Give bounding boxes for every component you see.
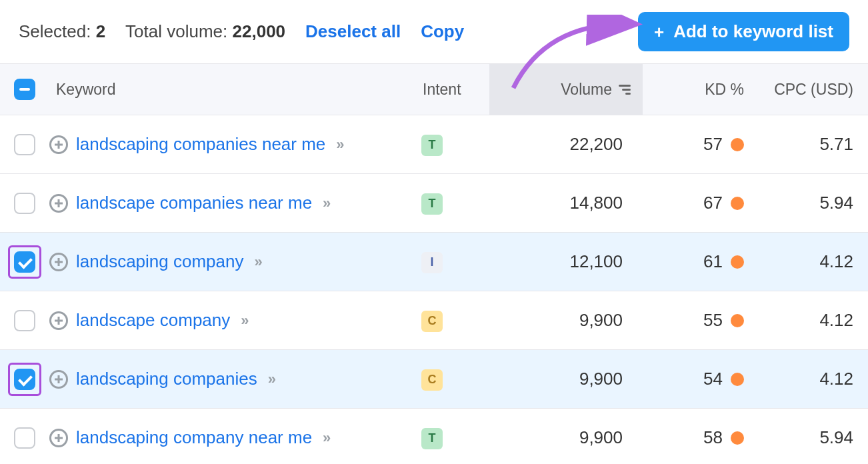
add-button-label: Add to keyword list (673, 21, 833, 42)
intent-badge: T (421, 135, 443, 156)
kd-cell: 54 (643, 369, 756, 389)
column-header-kd[interactable]: KD % (643, 81, 756, 99)
cpc-cell: 4.12 (756, 251, 868, 272)
kd-difficulty-dot-icon (731, 255, 744, 269)
kd-cell: 67 (643, 193, 756, 213)
cpc-cell: 5.94 (756, 427, 868, 448)
row-checkbox[interactable] (14, 310, 35, 331)
intent-cell: C (409, 309, 489, 332)
column-header-intent[interactable]: Intent (409, 81, 489, 99)
sort-desc-icon (619, 85, 631, 95)
kd-value: 55 (703, 310, 723, 331)
expand-icon[interactable] (49, 135, 68, 154)
intent-badge: T (421, 428, 443, 449)
kd-value: 54 (703, 369, 723, 389)
kd-difficulty-dot-icon (731, 373, 744, 386)
total-volume-stat: Total volume: 22,000 (125, 21, 285, 42)
volume-cell: 22,200 (489, 134, 643, 155)
copy-link[interactable]: Copy (421, 21, 464, 42)
volume-label: Volume (561, 81, 612, 99)
column-header-volume[interactable]: Volume (489, 64, 643, 115)
deselect-all-link[interactable]: Deselect all (305, 21, 401, 42)
row-checkbox[interactable] (14, 251, 35, 273)
add-to-keyword-list-button[interactable]: + Add to keyword list (638, 12, 849, 51)
kd-value: 61 (703, 251, 723, 272)
kd-difficulty-dot-icon (731, 197, 744, 210)
kd-cell: 57 (643, 134, 756, 155)
intent-cell: T (409, 426, 489, 449)
table-header-row: Keyword Intent Volume KD % CPC (USD) (0, 63, 868, 115)
keyword-cell: landscaping company near me» (49, 427, 409, 448)
intent-cell: I (409, 250, 489, 273)
keyword-cell: landscaping company» (49, 251, 409, 272)
checkbox-highlight (8, 245, 41, 279)
intent-badge: I (421, 252, 443, 273)
intent-cell: T (409, 191, 489, 215)
cpc-cell: 4.12 (756, 310, 868, 331)
volume-cell: 14,800 (489, 193, 643, 213)
expand-icon[interactable] (49, 253, 68, 271)
total-volume-label: Total volume: (125, 21, 227, 41)
keyword-link[interactable]: landscaping companies near me (76, 134, 325, 155)
kd-cell: 55 (643, 310, 756, 331)
column-header-cpc[interactable]: CPC (USD) (756, 81, 868, 99)
keyword-link[interactable]: landscaping company (76, 251, 244, 272)
keyword-link[interactable]: landscape company (76, 310, 230, 331)
chevron-right-icon[interactable]: » (255, 253, 260, 271)
kd-difficulty-dot-icon (731, 138, 744, 151)
cpc-cell: 4.12 (756, 369, 868, 389)
column-header-keyword[interactable]: Keyword (49, 81, 409, 99)
intent-badge: C (421, 311, 443, 332)
chevron-right-icon[interactable]: » (336, 136, 341, 153)
kd-cell: 58 (643, 427, 756, 448)
intent-cell: T (409, 133, 489, 156)
checkbox-highlight (8, 363, 41, 396)
row-checkbox[interactable] (14, 369, 35, 390)
row-checkbox[interactable] (14, 134, 35, 155)
chevron-right-icon[interactable]: » (241, 312, 246, 329)
cpc-cell: 5.94 (756, 193, 868, 213)
table-row: landscaping companies»C9,900544.12 (0, 350, 868, 409)
cpc-cell: 5.71 (756, 134, 868, 155)
intent-badge: C (421, 369, 443, 391)
table-row: landscape company»C9,900554.12 (0, 291, 868, 350)
total-volume-value: 22,000 (233, 21, 286, 41)
expand-icon[interactable] (49, 311, 68, 330)
keyword-cell: landscape company» (49, 310, 409, 331)
kd-cell: 61 (643, 251, 756, 272)
keyword-link[interactable]: landscaping company near me (76, 427, 312, 448)
selected-count: 2 (96, 21, 105, 41)
keyword-cell: landscaping companies near me» (49, 134, 409, 155)
keyword-cell: landscaping companies» (49, 369, 409, 389)
intent-badge: T (421, 193, 443, 215)
kd-difficulty-dot-icon (731, 314, 744, 327)
row-checkbox[interactable] (14, 193, 35, 214)
row-checkbox[interactable] (14, 427, 35, 449)
kd-value: 57 (703, 134, 723, 155)
selected-count-stat: Selected: 2 (19, 21, 105, 42)
table-row: landscaping companies near me»T22,200575… (0, 115, 868, 174)
plus-icon: + (654, 23, 664, 41)
chevron-right-icon[interactable]: » (268, 371, 273, 388)
expand-icon[interactable] (49, 370, 68, 389)
volume-cell: 9,900 (489, 427, 643, 448)
chevron-right-icon[interactable]: » (323, 195, 328, 212)
expand-icon[interactable] (49, 429, 68, 447)
select-all-checkbox[interactable] (14, 79, 35, 100)
table-row: landscape companies near me»T14,800675.9… (0, 174, 868, 233)
volume-cell: 12,100 (489, 251, 643, 272)
keyword-link[interactable]: landscaping companies (76, 369, 257, 389)
volume-cell: 9,900 (489, 369, 643, 389)
keyword-cell: landscape companies near me» (49, 193, 409, 213)
chevron-right-icon[interactable]: » (323, 429, 328, 447)
selection-toolbar: Selected: 2 Total volume: 22,000 Deselec… (0, 0, 868, 63)
table-row: landscaping company»I12,100614.12 (0, 233, 868, 291)
keyword-link[interactable]: landscape companies near me (76, 193, 312, 213)
kd-difficulty-dot-icon (731, 431, 744, 445)
selected-label: Selected: (19, 21, 91, 41)
table-row: landscaping company near me»T9,900585.94 (0, 409, 868, 464)
expand-icon[interactable] (49, 194, 68, 213)
kd-value: 58 (703, 427, 723, 448)
volume-cell: 9,900 (489, 310, 643, 331)
intent-cell: C (409, 367, 489, 391)
